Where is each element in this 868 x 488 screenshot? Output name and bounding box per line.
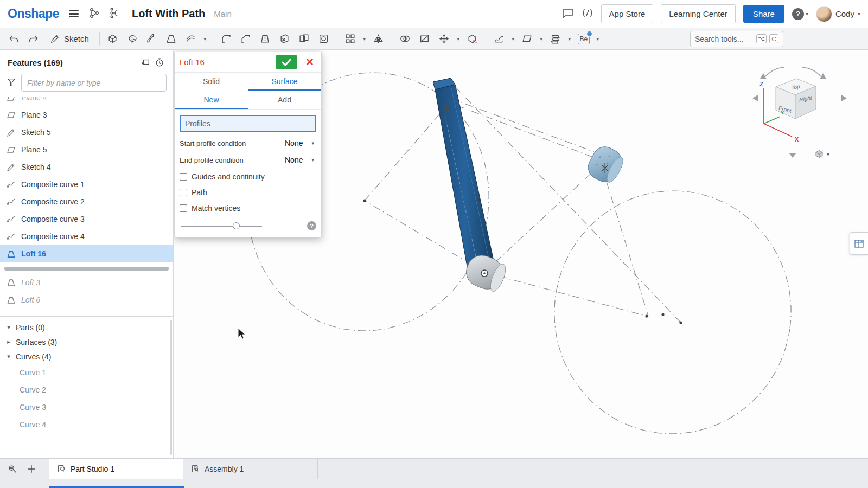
rotate-cw-arrow-icon[interactable] xyxy=(802,67,821,76)
feature-row[interactable]: Plane 4 xyxy=(0,97,173,106)
preview-slider-thumb[interactable] xyxy=(233,222,240,229)
featurescript-code-icon[interactable] xyxy=(582,7,593,21)
move-face-icon[interactable] xyxy=(295,30,314,48)
shell-icon[interactable] xyxy=(315,30,333,48)
rollback-history-icon[interactable] xyxy=(152,56,167,68)
loft-icon[interactable] xyxy=(162,30,181,48)
seat-stay-sketch-line[interactable] xyxy=(365,111,442,201)
feature-row[interactable]: Composite curve 1 xyxy=(0,176,173,193)
plane-icon[interactable] xyxy=(518,30,537,48)
help-caret-icon[interactable]: ▾ xyxy=(806,11,808,17)
chevron-down-icon[interactable]: ▾ xyxy=(5,353,12,360)
user-avatar[interactable] xyxy=(816,6,832,22)
sidebar-scrollbar[interactable] xyxy=(170,320,172,455)
subtab-add[interactable]: Add xyxy=(248,91,321,109)
extrude-group-dropdown-icon[interactable]: ▾ xyxy=(201,30,209,48)
head-tube-cylinder[interactable] xyxy=(584,143,627,187)
tab-assembly[interactable]: Assembly 1 xyxy=(183,459,318,479)
search-tools-input[interactable] xyxy=(695,35,754,43)
feature-row[interactable]: Composite curve 3 xyxy=(0,210,173,228)
transform-group-dropdown-icon[interactable]: ▾ xyxy=(455,30,462,48)
new-tab-icon[interactable] xyxy=(24,461,39,477)
insert-folder-icon[interactable] xyxy=(138,56,152,68)
front-wheel-construction-circle[interactable] xyxy=(539,176,807,449)
linear-pattern-icon[interactable] xyxy=(341,30,360,48)
feature-row[interactable]: Plane 5 xyxy=(0,141,173,158)
curve-list-item[interactable]: Curve 3 xyxy=(0,399,173,416)
sketch-vertices[interactable] xyxy=(363,198,682,324)
thicken-icon[interactable] xyxy=(182,30,200,48)
path-checkbox[interactable] xyxy=(180,189,187,196)
custom-feature-dropdown-icon[interactable]: ▾ xyxy=(594,30,602,48)
transform-icon[interactable] xyxy=(435,30,454,48)
history-icon[interactable] xyxy=(108,7,120,21)
split-icon[interactable] xyxy=(416,30,434,48)
mirror-icon[interactable] xyxy=(369,30,388,48)
feature-row[interactable]: Composite curve 4 xyxy=(0,228,173,245)
delete-part-icon[interactable] xyxy=(463,30,482,48)
view-mode-dropdown[interactable]: ▾ xyxy=(814,149,829,159)
manage-tabs-icon[interactable] xyxy=(5,461,21,477)
app-store-button[interactable]: App Store xyxy=(601,4,654,23)
rollback-bar[interactable] xyxy=(4,267,169,271)
feature-row-rolled-back[interactable]: Loft 6 xyxy=(0,291,173,309)
share-button[interactable]: Share xyxy=(743,5,784,23)
chevron-right-icon[interactable]: ▸ xyxy=(5,338,12,345)
rotate-ccw-arrow-icon[interactable] xyxy=(765,67,784,76)
confirm-button[interactable] xyxy=(276,55,297,69)
preview-slider[interactable] xyxy=(181,226,262,227)
model-viewport[interactable]: Loft 16 ✕ Solid Surface New Add Start pr… xyxy=(174,50,868,458)
rotate-left-chevron-icon[interactable] xyxy=(752,95,758,101)
sheet-metal-group-dropdown-icon[interactable]: ▾ xyxy=(566,30,573,48)
profiles-input[interactable] xyxy=(180,115,316,132)
sweep-icon[interactable] xyxy=(143,30,161,48)
down-tube-sketch-line[interactable] xyxy=(484,168,597,272)
chamfer-icon[interactable] xyxy=(237,30,255,48)
feature-row[interactable]: Sketch 4 xyxy=(0,158,173,176)
help-icon[interactable]: ? xyxy=(792,8,804,20)
feature-row[interactable]: Composite curve 2 xyxy=(0,193,173,210)
versions-icon[interactable] xyxy=(88,7,100,21)
boolean-icon[interactable] xyxy=(396,30,414,48)
undo-icon[interactable] xyxy=(4,30,23,48)
comments-icon[interactable] xyxy=(562,7,574,21)
subtab-new[interactable]: New xyxy=(175,91,248,109)
match-vertices-checkbox-row[interactable]: Match vertices xyxy=(180,204,316,213)
fillet-icon[interactable] xyxy=(217,30,235,48)
rotate-down-chevron-icon[interactable] xyxy=(789,153,796,158)
feature-row[interactable]: Sketch 5 xyxy=(0,124,173,141)
dialog-help-icon[interactable]: ? xyxy=(307,221,316,230)
delete-face-icon[interactable] xyxy=(276,30,294,48)
tab-solid[interactable]: Solid xyxy=(175,73,248,91)
parts-group[interactable]: ▾ Parts (0) xyxy=(0,320,173,335)
surfaces-group[interactable]: ▸ Surfaces (3) xyxy=(0,335,173,349)
start-condition-dropdown[interactable]: None▾ xyxy=(283,138,316,149)
curves-group[interactable]: ▾ Curves (4) xyxy=(0,349,173,364)
user-caret-icon[interactable]: ▾ xyxy=(858,11,860,17)
right-panel-tab[interactable] xyxy=(850,232,868,255)
curve-list-item[interactable]: Curve 2 xyxy=(0,381,173,399)
learning-center-button[interactable]: Learning Center xyxy=(661,4,736,23)
cancel-button[interactable]: ✕ xyxy=(303,56,316,68)
redo-icon[interactable] xyxy=(24,30,42,48)
rotate-right-chevron-icon[interactable] xyxy=(841,95,847,101)
surface-tools-icon[interactable] xyxy=(490,30,508,48)
hamburger-menu-icon[interactable] xyxy=(67,8,81,20)
curve-list-item[interactable]: Curve 4 xyxy=(0,416,173,433)
end-condition-dropdown[interactable]: None▾ xyxy=(283,155,316,165)
tab-part-studio[interactable]: Part Studio 1 xyxy=(49,459,183,479)
feature-row-selected[interactable]: Loft 16 xyxy=(0,245,173,262)
custom-feature-icon[interactable]: Be xyxy=(575,30,593,48)
draft-icon[interactable] xyxy=(256,30,275,48)
chevron-down-icon[interactable]: ▾ xyxy=(5,324,12,331)
view-cube[interactable]: Top Front Right Z X Y xyxy=(746,62,854,168)
guides-checkbox[interactable] xyxy=(180,173,187,181)
plane-group-dropdown-icon[interactable]: ▾ xyxy=(538,30,545,48)
path-checkbox-row[interactable]: Path xyxy=(180,188,316,197)
extrude-icon[interactable] xyxy=(104,30,122,48)
feature-row-rolled-back[interactable]: Loft 3 xyxy=(0,274,173,291)
tab-surface[interactable]: Surface xyxy=(248,73,321,91)
match-vertices-checkbox[interactable] xyxy=(180,204,187,212)
sketch-button[interactable]: Sketch xyxy=(43,30,95,48)
search-tools-box[interactable]: ⌥ C xyxy=(690,31,783,47)
